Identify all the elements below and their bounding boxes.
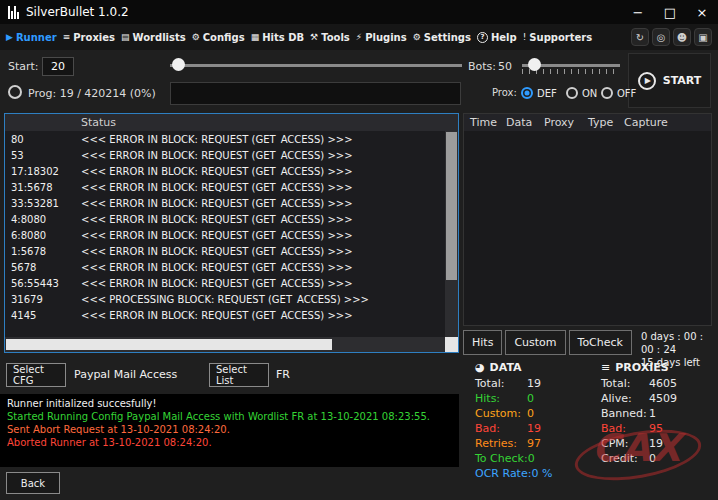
menu-tools[interactable]: ⚒Tools	[310, 32, 350, 43]
select-list-button[interactable]: Select List	[209, 363, 269, 387]
log-status: <<< ERROR IN BLOCK: REQUEST (GET_ACCESS)…	[77, 134, 445, 145]
log-row[interactable]: 5678<<< ERROR IN BLOCK: REQUEST (GET_ACC…	[5, 259, 445, 275]
apps-icon[interactable]: ▣	[694, 28, 712, 46]
stat-value: 97	[527, 436, 541, 451]
log-table-header: Status	[5, 114, 458, 131]
menu-supporters[interactable]: !Supporters	[523, 32, 593, 43]
discord-icon[interactable]: ☻	[673, 28, 691, 46]
minimize-button[interactable]: −	[622, 0, 654, 24]
stat-label: Bad:	[475, 421, 527, 436]
stat-row: Total:19	[475, 376, 589, 391]
log-proxy: 56:55443	[5, 278, 77, 289]
log-proxy: 6:8080	[5, 230, 77, 241]
bots-slider[interactable]	[522, 58, 620, 74]
select-config-button[interactable]: Select CFG	[6, 363, 66, 387]
menu-plugins[interactable]: ⚡Plugins	[356, 32, 407, 43]
history-icon[interactable]: ↻	[631, 28, 649, 46]
prox-off-label[interactable]: OFF	[617, 88, 636, 99]
stat-value: 0	[649, 451, 656, 466]
menu-wordlists[interactable]: ▤Wordlists	[121, 32, 186, 43]
log-row[interactable]: 80<<< ERROR IN BLOCK: REQUEST (GET_ACCES…	[5, 131, 445, 147]
log-table-body: 80<<< ERROR IN BLOCK: REQUEST (GET_ACCES…	[5, 131, 445, 337]
prox-def-radio[interactable]	[521, 87, 533, 99]
log-proxy: 80	[5, 134, 77, 145]
menu-label: Runner	[16, 32, 57, 43]
camera-icon[interactable]: ◎	[652, 28, 670, 46]
start-slider-thumb[interactable]	[172, 58, 185, 71]
bots-slider-thumb[interactable]	[528, 58, 541, 71]
proxies-stats: ≡PROXIES Total:4605 Alive:4509 Banned:1 …	[589, 358, 715, 481]
menu-help[interactable]: ?Help	[477, 32, 517, 43]
hits-panel: Time Data Proxy Type Capture	[463, 113, 712, 326]
log-row[interactable]: 6:8080<<< ERROR IN BLOCK: REQUEST (GET_A…	[5, 227, 445, 243]
close-button[interactable]: ×	[686, 0, 718, 24]
log-row[interactable]: 1:5678<<< ERROR IN BLOCK: REQUEST (GET_A…	[5, 243, 445, 259]
log-row[interactable]: 17:18302<<< ERROR IN BLOCK: REQUEST (GET…	[5, 163, 445, 179]
stat-label: To Check:	[475, 451, 528, 466]
config-bar: Select CFG Paypal Mail Access Select Lis…	[0, 360, 459, 392]
stat-row: OCR Rate:0 %	[475, 466, 589, 481]
stat-value: 4605	[649, 376, 677, 391]
menu-label: Settings	[424, 32, 471, 43]
log-row[interactable]: 31:5678<<< ERROR IN BLOCK: REQUEST (GET_…	[5, 179, 445, 195]
start-count-input[interactable]	[42, 57, 74, 76]
vertical-scrollbar-thumb[interactable]	[446, 132, 457, 280]
hits-table-header: Time Data Proxy Type Capture	[464, 114, 711, 131]
menu-runner[interactable]: ▶Runner	[6, 32, 57, 43]
start-button[interactable]: ▶ START	[628, 53, 711, 108]
log-row[interactable]: 4145<<< ERROR IN BLOCK: REQUEST (GET_ACC…	[5, 307, 445, 323]
prox-on-radio[interactable]	[566, 87, 578, 99]
play-circle-icon: ▶	[638, 72, 656, 90]
start-slider[interactable]	[170, 58, 462, 74]
log-row[interactable]: 4:8080<<< ERROR IN BLOCK: REQUEST (GET_A…	[5, 211, 445, 227]
vertical-scrollbar[interactable]	[445, 131, 458, 337]
log-proxy: 17:18302	[5, 166, 77, 177]
console-line: Sent Abort Request at 13-10-2021 08:24:2…	[7, 423, 452, 436]
elapsed-time: 0 days : 00 : 00 : 24	[641, 330, 718, 356]
stat-value: 0	[528, 451, 535, 466]
log-row[interactable]: 31679<<< PROCESSING BLOCK: REQUEST (GET_…	[5, 291, 445, 307]
horizontal-scrollbar-thumb[interactable]	[6, 339, 332, 350]
scrollbar-corner	[445, 337, 458, 352]
help-icon: ?	[477, 32, 488, 43]
wordlist-position-input[interactable]	[170, 82, 461, 105]
log-row[interactable]: 56:55443<<< ERROR IN BLOCK: REQUEST (GET…	[5, 275, 445, 291]
prox-on-label[interactable]: ON	[582, 88, 597, 99]
maximize-button[interactable]: □	[654, 0, 686, 24]
app-logo-icon	[8, 5, 19, 19]
prox-def-label[interactable]: DEF	[537, 88, 557, 99]
tab-custom[interactable]: Custom	[505, 330, 565, 355]
app-window: SilverBullet 1.0.2 − □ × ▶Runner ≡Proxie…	[0, 0, 718, 500]
stat-value: 19	[527, 421, 541, 436]
stat-value: 19	[527, 376, 541, 391]
stat-label: Custom:	[475, 406, 527, 421]
stat-label: Retries:	[475, 436, 527, 451]
prox-off-radio[interactable]	[601, 87, 613, 99]
window-controls: − □ ×	[622, 0, 718, 24]
wordlists-icon: ▤	[121, 32, 130, 42]
log-status: <<< ERROR IN BLOCK: REQUEST (GET_ACCESS)…	[77, 150, 445, 161]
bot-log-panel: Status 80<<< ERROR IN BLOCK: REQUEST (GE…	[4, 113, 459, 353]
back-button[interactable]: Back	[6, 472, 60, 494]
tab-tocheck[interactable]: ToCheck	[569, 330, 632, 355]
menu-configs[interactable]: ⚙Configs	[192, 32, 245, 43]
progress-radio[interactable]	[8, 85, 22, 99]
menu-label: Plugins	[365, 32, 407, 43]
log-row[interactable]: 53<<< ERROR IN BLOCK: REQUEST (GET_ACCES…	[5, 147, 445, 163]
start-button-label: START	[663, 74, 702, 87]
bots-label: Bots:	[468, 60, 496, 73]
menu-label: Help	[491, 32, 517, 43]
stat-value: 4509	[649, 391, 677, 406]
hits-col-type: Type	[582, 116, 618, 129]
log-row[interactable]: 33:53281<<< ERROR IN BLOCK: REQUEST (GET…	[5, 195, 445, 211]
menu-proxies[interactable]: ≡Proxies	[63, 32, 115, 43]
toolbar-icons: ↻ ◎ ☻ ▣	[631, 28, 712, 46]
log-proxy: 1:5678	[5, 246, 77, 257]
menu-hits-db[interactable]: ▦Hits DB	[251, 32, 304, 43]
tab-hits[interactable]: Hits	[463, 330, 502, 355]
stat-label: Total:	[601, 376, 649, 391]
start-slider-track[interactable]	[170, 64, 462, 67]
menu-settings[interactable]: ⚙Settings	[413, 32, 471, 43]
hits-col-capture: Capture	[618, 116, 711, 129]
horizontal-scrollbar[interactable]	[5, 337, 445, 352]
